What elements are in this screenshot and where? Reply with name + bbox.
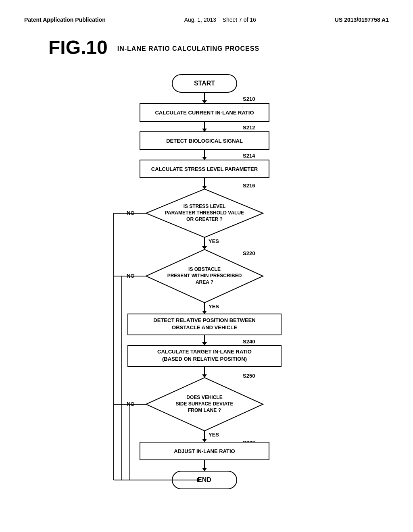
svg-text:S250: S250 [243, 373, 255, 379]
svg-text:OBSTACLE AND VEHICLE: OBSTACLE AND VEHICLE [172, 324, 237, 330]
svg-text:S212: S212 [243, 125, 255, 131]
svg-text:START: START [194, 80, 215, 87]
svg-text:CALCULATE TARGET IN-LANE RATIO: CALCULATE TARGET IN-LANE RATIO [157, 349, 252, 355]
svg-text:S216: S216 [243, 183, 255, 189]
svg-marker-8 [202, 129, 207, 132]
svg-text:S240: S240 [243, 339, 255, 345]
svg-text:DETECT RELATIVE POSITION BETWE: DETECT RELATIVE POSITION BETWEEN [153, 317, 255, 323]
svg-text:FROM LANE ?: FROM LANE ? [188, 407, 221, 413]
svg-marker-18 [202, 186, 207, 189]
page: Patent Application Publication Aug. 1, 2… [0, 0, 413, 532]
patent-number: US 2013/0197758 A1 [335, 16, 389, 24]
svg-marker-48 [202, 374, 207, 378]
svg-marker-37 [202, 311, 207, 314]
svg-text:IS STRESS LEVEL: IS STRESS LEVEL [184, 204, 226, 209]
sheet-info: Sheet 7 of 16 [223, 17, 256, 23]
svg-text:(BASED ON RELATIVE POSITION): (BASED ON RELATIVE POSITION) [162, 356, 247, 362]
svg-text:AREA ?: AREA ? [196, 279, 213, 285]
svg-marker-58 [202, 439, 207, 442]
svg-text:OR GREATER ?: OR GREATER ? [186, 216, 223, 222]
svg-text:S220: S220 [243, 250, 255, 256]
svg-text:YES: YES [209, 303, 219, 310]
svg-text:CALCULATE CURRENT IN-LANE RATI: CALCULATE CURRENT IN-LANE RATIO [155, 110, 254, 116]
svg-text:IS OBSTACLE: IS OBSTACLE [188, 266, 221, 272]
svg-text:YES: YES [209, 432, 219, 438]
svg-text:CALCULATE STRESS LEVEL PARAMET: CALCULATE STRESS LEVEL PARAMETER [151, 166, 258, 172]
svg-text:DETECT BIOLOGICAL SIGNAL: DETECT BIOLOGICAL SIGNAL [166, 138, 243, 144]
svg-text:S210: S210 [243, 96, 255, 102]
publication-date: Aug. 1, 2013 [184, 17, 216, 23]
svg-marker-26 [202, 246, 207, 249]
svg-text:YES: YES [209, 238, 219, 244]
flowchart-svg: START S210 CALCULATE CURRENT IN-LANE RAT… [65, 71, 348, 506]
svg-text:DOES VEHICLE: DOES VEHICLE [186, 395, 222, 400]
svg-marker-13 [202, 157, 207, 160]
svg-marker-42 [202, 342, 207, 345]
header: Patent Application Publication Aug. 1, 2… [24, 16, 389, 24]
header-date-sheet: Aug. 1, 2013 Sheet 7 of 16 [184, 16, 256, 24]
publication-title: Patent Application Publication [24, 16, 106, 24]
flowchart: START S210 CALCULATE CURRENT IN-LANE RAT… [65, 71, 348, 507]
svg-text:PRESENT WITHIN PRESCRIBED: PRESENT WITHIN PRESCRIBED [167, 273, 242, 278]
figure-number: FIG.10 [48, 36, 108, 58]
svg-marker-3 [202, 100, 207, 104]
svg-text:SIDE SURFACE DEVIATE: SIDE SURFACE DEVIATE [175, 401, 233, 407]
svg-text:S214: S214 [243, 153, 255, 159]
svg-marker-62 [202, 468, 207, 471]
svg-text:PARAMETER THRESHOLD VALUE: PARAMETER THRESHOLD VALUE [165, 210, 244, 216]
svg-text:ADJUST IN-LANE RATIO: ADJUST IN-LANE RATIO [174, 448, 235, 454]
figure-caption: IN-LANE RATIO CALCULATING PROCESS [117, 45, 259, 52]
figure-title: FIG.10 IN-LANE RATIO CALCULATING PROCESS [48, 36, 389, 58]
